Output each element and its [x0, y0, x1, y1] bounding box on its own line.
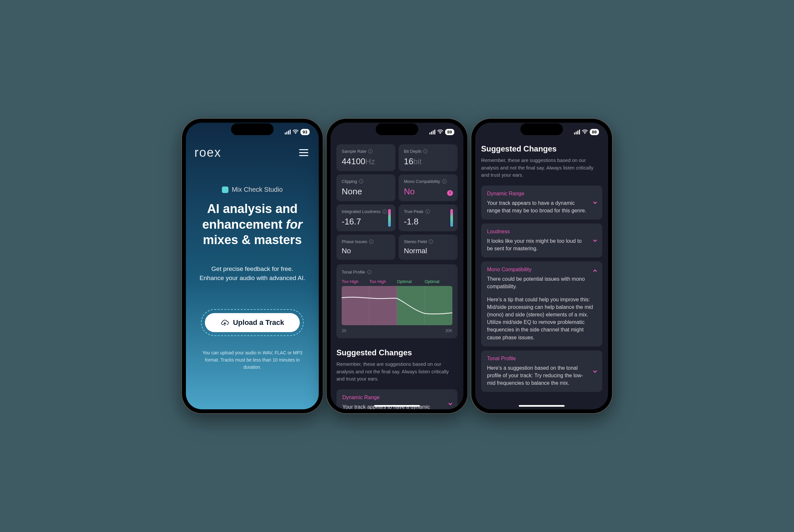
signal-icon: [574, 130, 580, 134]
chevron-down-icon: [592, 200, 598, 205]
tonal-profile-card: Tonal Profilei Too High Too High Optimal…: [337, 264, 457, 338]
phone-1: 93 roex Mix Check Studio AI analysis and…: [182, 119, 323, 413]
screen-analysis: 89 Sample Ratei 44100Hz Bit Depthi 16bit…: [330, 123, 464, 409]
tonal-axis: 20 20K: [342, 328, 452, 333]
tonal-label: Tonal Profile: [342, 270, 365, 274]
suggested-desc: Remember, these are suggestions based on…: [337, 361, 457, 383]
metrics-grid: Sample Ratei 44100Hz Bit Depthi 16bit Cl…: [337, 144, 457, 260]
metric-sample-rate: Sample Ratei 44100Hz: [337, 144, 395, 171]
suggest-loudness[interactable]: Loudness It looks like your mix might be…: [481, 224, 602, 258]
suggest-title: Mono Compatibility: [487, 267, 596, 272]
phone-3: 89 Suggested Changes Remember, these are…: [471, 119, 612, 413]
suggest-title: Dynamic Range: [342, 395, 452, 400]
product-badge: Mix Check Studio: [194, 186, 310, 193]
metric-value: Normal: [404, 247, 452, 255]
notch: [521, 124, 563, 135]
axis-min: 20: [342, 328, 346, 333]
meter-bar-icon: [450, 209, 453, 227]
metric-label: Stereo Field: [404, 239, 427, 244]
sub-line-2: Enhance your audio with advanced AI.: [194, 273, 310, 283]
suggest-title: Dynamic Range: [487, 191, 596, 197]
battery-indicator: 89: [445, 129, 454, 135]
badge-icon: [222, 187, 228, 193]
info-icon[interactable]: i: [359, 179, 363, 184]
signal-icon: [429, 130, 435, 134]
headline-pre: AI analysis and enhancement: [202, 202, 298, 231]
info-icon[interactable]: i: [367, 270, 372, 274]
menu-icon[interactable]: [297, 147, 310, 158]
battery-indicator: 93: [300, 129, 309, 135]
svg-point-0: [295, 133, 296, 134]
suggest-body: It looks like your mix might be too loud…: [487, 237, 596, 252]
metric-value: No: [404, 187, 452, 197]
tonal-band-labels: Too High Too High Optimal Optimal: [342, 279, 452, 284]
suggested-title: Suggested Changes: [337, 348, 457, 357]
info-icon[interactable]: i: [442, 179, 447, 184]
screen-landing: 93 roex Mix Check Studio AI analysis and…: [186, 123, 319, 409]
suggest-mono-compat[interactable]: Mono Compatibility There could be potent…: [481, 261, 602, 346]
wifi-icon: [437, 130, 443, 134]
metric-value: 44100: [342, 156, 365, 166]
band-status: Too High: [342, 279, 370, 284]
subheadline: Get precise feedback for free. Enhance y…: [194, 264, 310, 283]
metric-stereo: Stereo Fieldi Normal: [399, 234, 457, 260]
info-icon[interactable]: i: [368, 149, 373, 153]
metric-true-peak: True Peaki -1.8: [399, 205, 457, 231]
band-status: Optimal: [397, 279, 425, 284]
metric-label: True Peak: [404, 209, 423, 214]
band-status: Optimal: [425, 279, 453, 284]
suggest-dynamic-range[interactable]: Dynamic Range Your track appears to have…: [481, 186, 602, 220]
chevron-down-icon: [592, 238, 598, 243]
headline-em: for: [286, 217, 302, 231]
suggest-title: Loudness: [487, 229, 596, 234]
info-icon[interactable]: i: [423, 149, 428, 153]
metric-label: Mono Compatibility: [404, 179, 440, 184]
metric-bit-depth: Bit Depthi 16bit: [399, 144, 457, 171]
metric-mono-compat: Mono Compatibilityi No !: [399, 174, 457, 201]
band-status: Too High: [370, 279, 397, 284]
suggested-desc: Remember, these are suggestions based on…: [481, 157, 602, 179]
info-icon[interactable]: i: [426, 209, 430, 214]
info-icon[interactable]: i: [429, 240, 433, 244]
alert-icon: !: [447, 190, 453, 196]
metric-label: Clipping: [342, 179, 357, 184]
metric-clipping: Clippingi None: [337, 174, 395, 201]
metric-label: Bit Depth: [404, 149, 421, 154]
metric-label: Phase Issues: [342, 239, 367, 244]
info-icon[interactable]: i: [383, 209, 387, 214]
notch: [231, 124, 273, 135]
suggest-body: There could be potential issues with mon…: [487, 275, 596, 290]
screen-suggestions: 89 Suggested Changes Remember, these are…: [475, 123, 608, 409]
upload-dropzone[interactable]: Upload a Track: [201, 309, 304, 336]
metric-unit: Hz: [365, 157, 375, 166]
metric-phase: Phase Issuesi No: [337, 234, 395, 260]
chevron-down-icon: [592, 369, 598, 374]
upload-note: You can upload your audio in WAV, FLAC o…: [194, 349, 310, 371]
chevron-up-icon: [592, 268, 598, 273]
suggest-title: Tonal Profile: [487, 356, 596, 362]
wifi-icon: [582, 130, 588, 134]
upload-button[interactable]: Upload a Track: [205, 313, 300, 332]
meter-bar-icon: [388, 209, 391, 227]
metric-label: Integrated Loudness: [342, 209, 381, 214]
headline: AI analysis and enhancement for mixes & …: [194, 201, 310, 248]
phone-2: 89 Sample Ratei 44100Hz Bit Depthi 16bit…: [327, 119, 467, 413]
tonal-chart: [342, 286, 452, 325]
sub-line-1: Get precise feedback for free.: [194, 264, 310, 274]
suggest-tonal-profile[interactable]: Tonal Profile Here's a suggestion based …: [481, 350, 602, 392]
metric-loudness: Integrated Loudnessi -16.7: [337, 205, 395, 231]
metric-value: -1.8: [404, 216, 452, 227]
metric-value: 16: [404, 156, 413, 166]
notch: [376, 124, 418, 135]
svg-point-1: [439, 133, 440, 134]
upload-icon: [221, 319, 229, 326]
home-indicator[interactable]: [374, 405, 420, 407]
axis-max: 20K: [446, 328, 452, 333]
suggested-title: Suggested Changes: [481, 144, 602, 153]
info-icon[interactable]: i: [369, 240, 374, 244]
suggest-body: Here's a suggestion based on the tonal p…: [487, 364, 596, 387]
home-indicator[interactable]: [519, 405, 565, 407]
metric-value: None: [342, 187, 390, 197]
metric-value: No: [342, 247, 390, 255]
svg-point-2: [584, 133, 585, 134]
